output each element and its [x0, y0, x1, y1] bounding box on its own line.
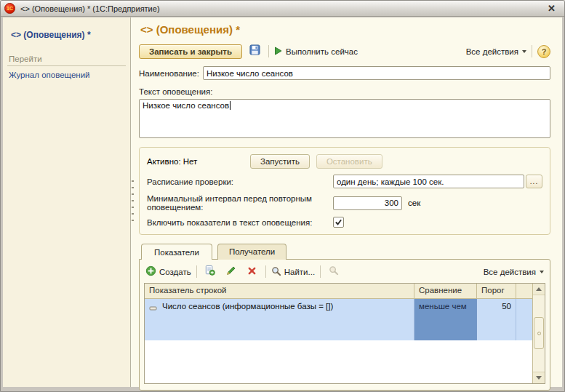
table-all-actions-label: Все действия: [484, 268, 536, 276]
create-button[interactable]: Создать: [145, 265, 191, 278]
magnifier-disabled-icon: [329, 265, 339, 279]
play-icon: [274, 47, 282, 57]
cell-comparison-selected[interactable]: меньше чем: [414, 299, 477, 340]
table-row[interactable]: Число сеансов (информационные базы = [])…: [145, 299, 532, 340]
column-header-extra: [516, 284, 532, 298]
chevron-down-icon: [522, 50, 526, 53]
scrollbar-thumb[interactable]: [534, 317, 544, 349]
delete-button[interactable]: [244, 264, 260, 280]
separator: [268, 45, 269, 57]
arrow-up-icon: [536, 287, 542, 291]
row-marker-icon: [149, 304, 158, 313]
copy-add-icon: [204, 265, 215, 279]
save-and-close-button[interactable]: Записать и закрыть: [139, 44, 242, 59]
include-metrics-checkbox[interactable]: [333, 217, 344, 228]
run-now-button[interactable]: Выполнить сейчас: [274, 47, 358, 57]
notification-text-input[interactable]: Низкое число сеансов: [139, 99, 550, 138]
checkmark-icon: [334, 216, 342, 229]
column-header-comparison[interactable]: Сравнение: [414, 284, 477, 298]
create-label: Создать: [159, 268, 191, 276]
separator: [532, 45, 532, 57]
schedule-label: Расписание проверки:: [147, 177, 333, 186]
red-x-icon: [247, 265, 257, 279]
find-button[interactable]: Найти...: [271, 266, 315, 278]
cell-comparison-text: меньше чем: [419, 302, 467, 311]
chevron-down-icon: [540, 271, 544, 273]
schedule-row: Расписание проверки: ...: [147, 175, 542, 188]
cell-indicator[interactable]: Число сеансов (информационные базы = []): [145, 299, 414, 340]
separator: [320, 265, 321, 278]
separator: [196, 265, 197, 278]
magnifier-icon: [271, 266, 281, 278]
sidebar-section-goto: Перейти: [7, 55, 126, 66]
scroll-down-button[interactable]: [533, 372, 545, 383]
interval-unit-label: сек: [408, 199, 420, 207]
pencil-icon: [226, 265, 236, 279]
text-caret: [230, 101, 231, 110]
sidebar: <> (Оповещения) * Перейти Журнал оповеще…: [3, 17, 131, 387]
name-input[interactable]: [203, 66, 550, 80]
include-metrics-label: Включить показатели в текст оповещения:: [147, 218, 333, 227]
page-title: <> (Оповещения) *: [140, 23, 550, 36]
thumb-grip-icon: [537, 332, 541, 335]
help-button[interactable]: ?: [537, 45, 550, 58]
column-header-indicator[interactable]: Показатель строкой: [145, 284, 414, 298]
main-area: <> (Оповещения) * Записать и закрыть Вып…: [131, 17, 562, 387]
interval-row: Минимальный интервал перед повторным опо…: [147, 194, 542, 212]
include-metrics-row: Включить показатели в текст оповещения:: [147, 217, 542, 228]
find-label: Найти...: [284, 268, 315, 276]
separator: [265, 265, 266, 278]
indicators-toolbar: Создать: [144, 263, 545, 281]
1c-logo-icon: 1С: [4, 3, 15, 14]
arrow-down-icon: [536, 376, 542, 380]
interval-input[interactable]: [333, 196, 402, 210]
table-empty-area[interactable]: [145, 340, 532, 383]
scroll-up-button[interactable]: [533, 284, 545, 295]
app-window: 1С <> (Оповещения) * (1С:Предприятие) ✕ …: [0, 0, 565, 392]
notification-text-label: Текст оповещения:: [139, 87, 550, 96]
window-body: <> (Оповещения) * Перейти Журнал оповеще…: [3, 17, 562, 387]
copy-button[interactable]: [202, 264, 218, 280]
all-actions-label: Все действия: [466, 47, 518, 56]
table-header-row: Показатель строкой Сравнение Порог: [145, 284, 532, 299]
sidebar-link-journal[interactable]: Журнал оповещений: [9, 71, 126, 79]
all-actions-menu[interactable]: Все действия: [466, 47, 526, 56]
edit-button[interactable]: [223, 264, 239, 280]
name-field-row: Наименование:: [139, 66, 550, 80]
cell-threshold-text: 50: [502, 302, 511, 311]
active-status-label: Активно: Нет: [147, 157, 250, 166]
tab-strip: Показатели Получатели: [139, 243, 550, 259]
tab-indicators[interactable]: Показатели: [141, 244, 212, 260]
run-now-label: Выполнить сейчас: [286, 47, 358, 56]
schedule-more-button[interactable]: ...: [526, 175, 542, 188]
indicators-table: Показатель строкой Сравнение Порог Число…: [144, 283, 545, 384]
floppy-icon: [249, 44, 260, 58]
save-button[interactable]: [247, 44, 263, 60]
start-button[interactable]: Запустить: [250, 154, 310, 169]
vertical-scrollbar[interactable]: [532, 284, 545, 383]
titlebar: 1С <> (Оповещения) * (1С:Предприятие) ✕: [1, 1, 564, 17]
notification-text-value: Низкое число сеансов: [143, 101, 229, 110]
tab-recipients[interactable]: Получатели: [217, 244, 286, 260]
splitter-handle[interactable]: [132, 180, 134, 225]
stop-button[interactable]: Остановить: [316, 154, 382, 169]
column-header-threshold[interactable]: Порог: [477, 284, 516, 298]
cell-extra[interactable]: [516, 299, 532, 340]
sidebar-title: <> (Оповещения) *: [11, 30, 124, 40]
active-row: Активно: Нет Запустить Остановить: [147, 154, 542, 169]
command-bar: Записать и закрыть Выполнить сейчас Все …: [139, 42, 550, 60]
settings-group: Активно: Нет Запустить Остановить Распис…: [139, 147, 550, 235]
table-all-actions-menu[interactable]: Все действия: [484, 268, 544, 276]
close-button[interactable]: ✕: [545, 3, 558, 14]
indicators-panel: Создать: [139, 259, 550, 391]
cell-indicator-text: Число сеансов (информационные базы = []): [162, 302, 333, 311]
name-label: Наименование:: [139, 69, 199, 78]
cancel-search-button[interactable]: [326, 264, 342, 280]
cell-threshold[interactable]: 50: [477, 299, 516, 340]
window-title: <> (Оповещения) * (1С:Предприятие): [20, 4, 540, 13]
interval-label: Минимальный интервал перед повторным опо…: [147, 194, 333, 212]
schedule-input[interactable]: [333, 175, 524, 188]
plus-circle-icon: [145, 265, 156, 278]
